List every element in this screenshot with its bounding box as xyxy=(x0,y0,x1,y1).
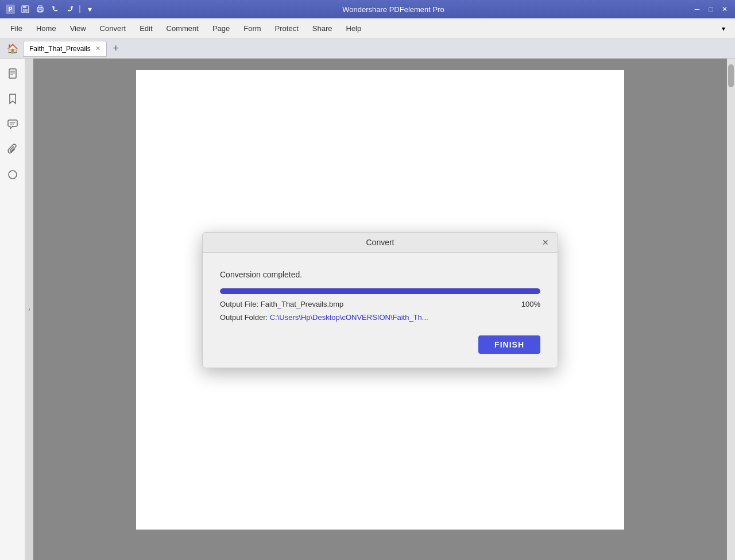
svg-marker-12 xyxy=(10,94,16,103)
maximize-button[interactable]: □ xyxy=(705,3,717,15)
svg-point-16 xyxy=(9,171,17,179)
svg-rect-8 xyxy=(9,69,16,78)
minimize-button[interactable]: ─ xyxy=(691,3,703,15)
tabbar: 🏠 Faith_That_Prevails ✕ + xyxy=(0,39,735,59)
dialog-title: Convert xyxy=(220,238,540,247)
titlebar-controls: ─ □ ✕ xyxy=(691,3,730,15)
titlebar: P ▾ Wondershare PDFelement Pro ─ □ ✕ xyxy=(0,0,735,18)
menu-help[interactable]: Help xyxy=(341,22,368,35)
new-tab-button[interactable]: + xyxy=(109,42,123,56)
progress-row: Output File: Faith_That_Prevails.bmp 100… xyxy=(220,300,540,308)
menu-home[interactable]: Home xyxy=(30,22,62,35)
dropdown-icon[interactable]: ▾ xyxy=(84,3,95,15)
progress-bar-fill xyxy=(220,288,540,294)
titlebar-left: P ▾ xyxy=(5,3,95,15)
left-panel-collapse[interactable]: › xyxy=(25,59,33,560)
home-button[interactable]: 🏠 xyxy=(5,41,21,57)
output-folder-link[interactable]: C:\Users\Hp\Desktop\cONVERSION\Faith_Th.… xyxy=(270,313,428,322)
tab-close-icon[interactable]: ✕ xyxy=(95,45,100,52)
pdf-page: pdfelement Convert ✕ Conversion complete… xyxy=(136,70,624,530)
dialog-close-button[interactable]: ✕ xyxy=(540,237,551,248)
progress-bar-background xyxy=(220,288,540,294)
output-file-label: Output File: Faith_That_Prevails.bmp xyxy=(220,300,343,308)
sidebar-comment-icon[interactable] xyxy=(5,116,21,132)
finish-button[interactable]: FINISH xyxy=(478,335,540,354)
dialog-body: Conversion completed. Output File: Faith… xyxy=(203,253,558,368)
right-scrollbar[interactable] xyxy=(727,59,735,560)
save-icon[interactable] xyxy=(20,3,31,15)
menu-edit[interactable]: Edit xyxy=(134,22,158,35)
progress-percent: 100% xyxy=(521,300,540,308)
conversion-status: Conversion completed. xyxy=(220,270,540,279)
menu-convert[interactable]: Convert xyxy=(94,22,132,35)
sidebar xyxy=(0,59,25,560)
output-folder-prefix: Output Folder: xyxy=(220,313,270,322)
separator-icon xyxy=(79,5,80,13)
output-folder-row: Output Folder: C:\Users\Hp\Desktop\cONVE… xyxy=(220,313,540,322)
menu-file[interactable]: File xyxy=(5,22,28,35)
convert-dialog: Convert ✕ Conversion completed. Output F… xyxy=(202,232,558,368)
document-tab[interactable]: Faith_That_Prevails ✕ xyxy=(23,41,107,57)
menu-page[interactable]: Page xyxy=(207,22,235,35)
redo-icon[interactable] xyxy=(64,3,76,15)
svg-rect-3 xyxy=(23,6,26,8)
menubar-right: ▾ xyxy=(717,22,730,36)
sidebar-bookmark-icon[interactable] xyxy=(5,91,21,107)
main-layout: › pdfelement xyxy=(0,59,735,560)
print-icon[interactable] xyxy=(34,3,46,15)
scrollbar-thumb[interactable] xyxy=(728,64,734,87)
undo-icon[interactable] xyxy=(49,3,61,15)
content-area: pdfelement Convert ✕ Conversion complete… xyxy=(33,59,727,560)
menu-share[interactable]: Share xyxy=(307,22,338,35)
sidebar-shape-icon[interactable] xyxy=(5,167,21,183)
svg-rect-4 xyxy=(23,9,28,12)
menu-view[interactable]: View xyxy=(64,22,92,35)
tab-label: Faith_That_Prevails xyxy=(29,45,91,53)
app-title: Wondershare PDFelement Pro xyxy=(95,5,691,14)
dialog-overlay: Convert ✕ Conversion completed. Output F… xyxy=(136,70,624,530)
dialog-footer: FINISH xyxy=(220,335,540,354)
sidebar-attachment-icon[interactable] xyxy=(5,141,21,157)
menubar: File Home View Convert Edit Comment Page… xyxy=(0,18,735,39)
menu-protect[interactable]: Protect xyxy=(269,22,304,35)
sidebar-page-icon[interactable] xyxy=(5,65,21,82)
menu-form[interactable]: Form xyxy=(238,22,266,35)
svg-text:P: P xyxy=(9,6,13,13)
dialog-titlebar: Convert ✕ xyxy=(203,233,558,253)
svg-rect-13 xyxy=(8,120,17,126)
app-logo-icon: P xyxy=(5,3,16,15)
close-button[interactable]: ✕ xyxy=(719,3,730,15)
menu-comment[interactable]: Comment xyxy=(161,22,204,35)
menubar-chevron-icon[interactable]: ▾ xyxy=(717,22,730,36)
